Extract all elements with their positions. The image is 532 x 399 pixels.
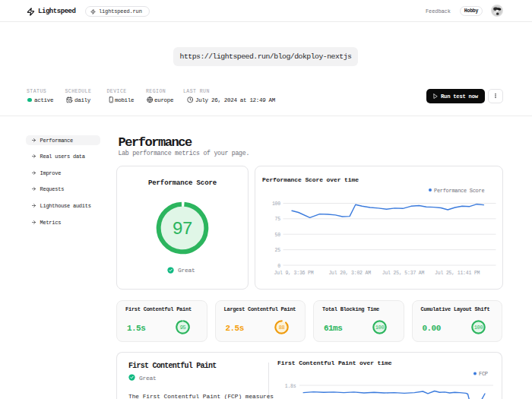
svg-text:88: 88 [278, 325, 284, 331]
svg-text:100: 100 [375, 325, 385, 331]
svg-text:1.8s: 1.8s [285, 384, 296, 389]
svg-text:FCP: FCP [479, 371, 488, 377]
svg-text:0: 0 [277, 264, 280, 269]
svg-text:100: 100 [271, 201, 280, 207]
svg-text:Performance Score: Performance Score [434, 188, 484, 194]
svg-text:Jul 25, 5:37 AM: Jul 25, 5:37 AM [382, 271, 424, 276]
svg-text:25: 25 [274, 248, 280, 253]
svg-text:Jul 20, 3:02 AM: Jul 20, 3:02 AM [328, 271, 371, 276]
svg-text:50: 50 [274, 233, 280, 238]
svg-text:Jul 9, 3:36 PM: Jul 9, 3:36 PM [274, 271, 313, 276]
svg-text:95: 95 [180, 325, 186, 331]
svg-text:Jul 25, 11:41 PM: Jul 25, 11:41 PM [435, 271, 480, 276]
svg-text:97: 97 [172, 219, 192, 239]
svg-text:100: 100 [473, 325, 483, 331]
svg-text:75: 75 [274, 217, 280, 222]
